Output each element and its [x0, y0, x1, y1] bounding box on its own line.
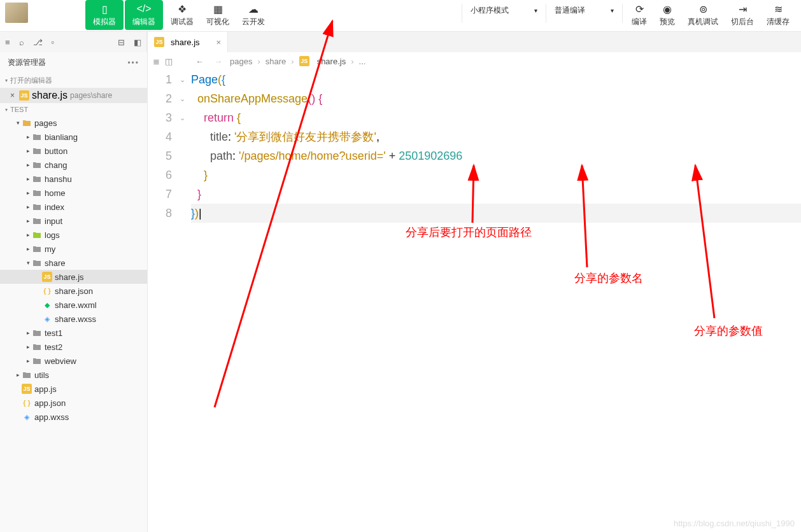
close-icon[interactable]: × [216, 38, 222, 47]
phone-icon: ▯ [98, 3, 111, 15]
js-icon: JS [19, 90, 29, 101]
crumb-more[interactable]: ... [359, 57, 366, 66]
cloud-button[interactable]: ☁云开发 [236, 0, 271, 30]
annotation-param: 分享的参数名 [574, 269, 643, 288]
folder-icon [32, 258, 42, 268]
json-icon: { } [42, 286, 52, 296]
tree-item-bianliang[interactable]: bianliang [0, 130, 147, 144]
eye-icon: ◉ [661, 3, 674, 15]
folder-icon [32, 160, 42, 170]
search-icon[interactable]: ⌕ [19, 38, 24, 47]
tree-item-input[interactable]: input [0, 214, 147, 228]
visualize-button[interactable]: ▦可视化 [200, 0, 236, 30]
folder-icon [32, 244, 42, 254]
real-debug-button[interactable]: ⊚真机调试 [681, 0, 725, 30]
tree-item-share-wxml[interactable]: ◆share.wxml [0, 298, 147, 312]
tree-item-hanshu[interactable]: hanshu [0, 172, 147, 186]
menu-icon[interactable]: ≡ [5, 38, 10, 47]
folder-icon [32, 132, 42, 142]
tree-item-test2[interactable]: test2 [0, 340, 147, 354]
tree-item-home[interactable]: home [0, 186, 147, 200]
tree-item-share-json[interactable]: { }share.json [0, 284, 147, 298]
folder-o-icon [22, 118, 32, 128]
code-icon: </> [138, 3, 150, 15]
js-icon: JS [154, 37, 164, 47]
more-icon[interactable]: ••• [127, 59, 139, 67]
wxml-icon: ◆ [42, 300, 52, 310]
fold-gutter[interactable]: ⌄ ⌄ ⌄ [180, 70, 191, 532]
activity-bar-top: ≡ ⌕ ⎇ ▫ ⊟ ◧ [0, 32, 147, 52]
crumb-share[interactable]: share [266, 57, 287, 66]
tree-item-share-wxss[interactable]: ◈share.wxss [0, 312, 147, 326]
cloud-icon: ☁ [247, 3, 260, 15]
sidebar: ≡ ⌕ ⎇ ▫ ⊟ ◧ 资源管理器 ••• 打开的编辑器 × JS share.… [0, 32, 148, 532]
folder-icon [32, 174, 42, 184]
tree-item-chang[interactable]: chang [0, 158, 147, 172]
tree-item-logs[interactable]: logs [0, 228, 147, 242]
simulator-button[interactable]: ▯模拟器 [85, 0, 124, 30]
top-toolbar: ▯模拟器 </>编辑器 ❖调试器 ▦可视化 ☁云开发 小程序模式 普通编译 ⟳编… [0, 0, 801, 32]
compile-dropdown[interactable]: 普通编译 [549, 3, 620, 18]
project-section[interactable]: TEST [0, 103, 147, 116]
layout-icon[interactable]: ◧ [134, 38, 141, 47]
tree-item-app-wxss[interactable]: ◈app.wxss [0, 410, 147, 424]
folder-icon [32, 202, 42, 212]
crumb-pages[interactable]: pages [230, 57, 252, 66]
tree-item-test1[interactable]: test1 [0, 326, 147, 340]
tree-item-share[interactable]: share [0, 256, 147, 270]
crumb-file[interactable]: share.js [317, 57, 346, 66]
folder-icon [32, 188, 42, 198]
background-button[interactable]: ⇥切后台 [725, 0, 760, 30]
folder-icon [32, 356, 42, 366]
tree-item-index[interactable]: index [0, 200, 147, 214]
tree-item-app-js[interactable]: JSapp.js [0, 382, 147, 396]
refresh-icon: ⟳ [633, 3, 646, 15]
bookmark-icon[interactable]: ◫ [165, 57, 173, 66]
avatar[interactable] [5, 3, 28, 23]
tree-item-utils[interactable]: utils [0, 368, 147, 382]
explorer-title: 资源管理器 ••• [0, 52, 147, 73]
code-content[interactable]: Page({ onShareAppMessage() { return { ti… [191, 70, 801, 532]
compile-button[interactable]: ⟳编译 [625, 0, 653, 30]
tree-item-pages[interactable]: pages [0, 116, 147, 130]
folder-icon [32, 146, 42, 156]
breadcrumb: ≣ ◫ ← → pages› share› JSshare.js› ... [148, 52, 801, 70]
tree-item-share-js[interactable]: JSshare.js [0, 270, 147, 284]
preview-button[interactable]: ◉预览 [653, 0, 681, 30]
tree-item-button[interactable]: button [0, 144, 147, 158]
annotation-value: 分享的参数值 [694, 321, 763, 340]
folder-icon [32, 216, 42, 226]
annotation-path: 分享后要打开的页面路径 [406, 223, 532, 242]
mode-dropdown[interactable]: 小程序模式 [465, 3, 543, 18]
device-icon: ⊚ [697, 3, 709, 15]
tab-share-js[interactable]: JS share.js × [148, 32, 228, 52]
file-tree: pagesbianliangbuttonchanghanshuhomeindex… [0, 116, 147, 424]
list-icon[interactable]: ≣ [153, 57, 160, 66]
stack-icon: ≋ [772, 3, 784, 15]
tree-item-webview[interactable]: webview [0, 354, 147, 368]
branch-icon[interactable]: ⎇ [33, 38, 43, 47]
wxss-icon: ◈ [42, 314, 52, 324]
editor-pane: JS share.js × ≣ ◫ ← → pages› share› JSsh… [148, 32, 801, 532]
code-editor[interactable]: 1 2 3 4 5 6 7 8 ⌄ ⌄ ⌄ Page({ onShareAppM… [148, 70, 801, 532]
debugger-button[interactable]: ❖调试器 [164, 0, 200, 30]
exit-icon: ⇥ [736, 3, 749, 15]
js-icon: JS [22, 384, 32, 394]
js-icon: JS [299, 56, 309, 66]
back-icon[interactable]: ← [193, 57, 206, 66]
grid-icon: ▦ [211, 3, 224, 15]
editor-button[interactable]: </>编辑器 [125, 0, 163, 30]
tab-bar: JS share.js × [148, 32, 801, 52]
tree-item-app-json[interactable]: { }app.json [0, 396, 147, 410]
clear-cache-button[interactable]: ≋清缓存 [760, 0, 796, 30]
box-icon[interactable]: ▫ [52, 38, 55, 47]
tree-item-my[interactable]: my [0, 242, 147, 256]
wxss-icon: ◈ [22, 412, 32, 422]
open-editors-section[interactable]: 打开的编辑器 [0, 73, 147, 88]
collapse-icon[interactable]: ⊟ [118, 38, 125, 47]
watermark: https://blog.csdn.net/qiushi_1990 [674, 519, 795, 528]
open-editor-item[interactable]: × JS share.js pages\share [0, 88, 147, 103]
folder-icon [32, 328, 42, 338]
folder-icon [32, 342, 42, 352]
forward-icon: → [211, 57, 225, 66]
